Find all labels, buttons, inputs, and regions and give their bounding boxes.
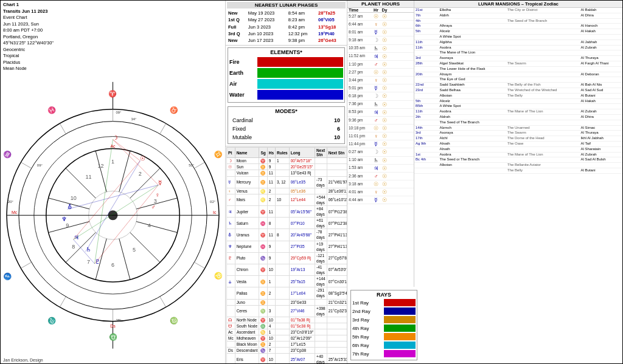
pt-ns1 — [315, 329, 327, 335]
ph-time-header: Time — [349, 8, 372, 12]
ph-row: 2:36 am ♂ ☉ — [347, 173, 414, 180]
lm-col2: Al Hanoch — [580, 24, 622, 29]
pt-long: 05°Le36 — [289, 188, 315, 194]
ph-dy-icon: ☉ — [380, 196, 389, 204]
pt-sg: ♊ — [259, 287, 267, 299]
ph-dy-icon: ☉ — [380, 148, 389, 156]
ray-label: 2nd Ray — [352, 309, 381, 314]
ray-row: 1st Ray — [352, 299, 416, 306]
pt-name: Pluto — [235, 252, 259, 264]
lm-num — [414, 168, 438, 173]
planet-table-row: Chiron ♈ 10 19°Ar13 -41 days 07°Ar53'0'1… — [227, 264, 347, 275]
lm-row: Ag 9th Alnath The Oase Al Taif — [414, 141, 622, 146]
pt-rules — [276, 317, 290, 323]
pt-ns1 — [315, 335, 327, 342]
planet-table-col-header: Sg — [259, 148, 267, 158]
lm-name — [506, 56, 580, 61]
lm-col2: Al Dhira — [580, 13, 622, 18]
pt-rules: 8 — [276, 229, 290, 241]
svg-line-11 — [194, 162, 204, 168]
ph-row: 0:27 am ☽ ☉ — [347, 148, 414, 156]
planet-table-row: ☽ Moon ♈ 9 1 00°Ar57'18" -02°07' — [227, 158, 347, 164]
phase-label: 3rd Q — [227, 30, 247, 37]
ph-hr-icon: ♂ — [372, 117, 380, 124]
pt-ns1 — [315, 299, 327, 305]
ph-hr-icon: ♂ — [372, 61, 380, 68]
lm-name: The Dome of the Head — [506, 136, 580, 142]
lm-arabic: Alicelz — [438, 98, 506, 104]
lm-row: Bc 4th The Seed or The Branch Al Sad Al … — [414, 157, 622, 163]
pt-hs: 1 — [267, 276, 275, 287]
planet-table-row: ♂ Mars ♌ 2 10 12°Le44 +544 days 06°Le10'… — [227, 194, 347, 205]
ph-time: 2:36 am — [349, 174, 372, 179]
element-bar-earth — [257, 68, 343, 78]
pt-hs: 11 — [267, 229, 275, 241]
ph-hr-icon: ☿ — [372, 140, 380, 148]
ph-col-headers: Time Hr Dy — [347, 8, 414, 13]
ph-time: 4:01 am — [349, 190, 372, 195]
chart-title-line10: Placidus — [3, 60, 223, 66]
pt-hs: 10 — [267, 317, 275, 323]
lm-col2: Al Thuraya — [580, 56, 622, 61]
pt-sg: ♓ — [259, 241, 267, 252]
lm-col2 — [580, 120, 622, 125]
lm-row: 3rd Asoraya Al Thuraya — [414, 56, 622, 61]
ph-time: 11:52 am — [349, 53, 372, 59]
lm-row: The Lower Hole of the Flask — [414, 66, 622, 72]
ph-row: 6:18 pm ☽ ☉ — [347, 92, 414, 100]
pt-ns1: +40 days — [315, 354, 327, 363]
pt-sg: ♈ — [259, 206, 267, 218]
svg-line-73 — [68, 185, 159, 209]
pt-sg: ♑ — [259, 348, 267, 354]
lm-col2: Al Hakah — [580, 29, 622, 35]
svg-text:6: 6 — [111, 262, 114, 268]
ph-row: 3:44 pm ♀ ☉ — [347, 77, 414, 84]
svg-line-72 — [86, 160, 141, 252]
element-row: Earth — [229, 68, 343, 78]
svg-text:♒: ♒ — [1, 148, 13, 160]
ray-row: 3rd Ray — [352, 316, 416, 323]
pt-name: South Node — [235, 323, 259, 329]
ph-time: 5:27 am — [349, 14, 372, 19]
lm-arabic: Sadd Saahbieh — [438, 83, 506, 88]
lm-num: 4th — [414, 18, 438, 24]
pt-ns2: 27°Pi41'13" — [327, 241, 347, 252]
pt-rules: 1 — [276, 158, 290, 164]
pt-name: Ascendant — [235, 329, 259, 335]
lunar-phases-table: New May 19 2023 8:54 am 28°Ta25 1st Q Ma… — [227, 10, 346, 44]
ray-bar-ray3 — [384, 316, 416, 323]
pt-ns2 — [327, 335, 347, 342]
lm-col2: Al Taif — [580, 141, 622, 146]
chart-title-line2: Transits Jun 11 2023 — [3, 9, 223, 15]
pt-ns2: 06°Le10'15" — [327, 194, 347, 205]
pt-ns1: -41 days — [315, 264, 327, 275]
pt-ns1 — [315, 323, 327, 329]
pt-long: 07°Pi10 — [289, 218, 315, 229]
lm-name: The Belly — [506, 93, 580, 98]
mode-label: Fixed — [231, 125, 309, 132]
elements-title: ELEMENTS* — [229, 49, 343, 55]
phase-label: 1st Q — [227, 16, 247, 23]
pt-long: 13°Ge43 Rj — [289, 170, 315, 176]
lm-num: 3rd — [414, 131, 438, 136]
phase-label: New — [227, 37, 247, 44]
pt-ns2: 28°Le36'11" — [327, 188, 347, 194]
lm-num: 2th — [414, 114, 438, 120]
pt-rules — [276, 287, 290, 299]
pt-hs: 2 — [267, 342, 275, 348]
pt-ns2: 07°Pi12'38" — [327, 206, 347, 218]
pt-rules — [276, 218, 290, 229]
chart-area: Chart 1 Transits Jun 11 2023 Event Chart… — [1, 1, 226, 363]
pt-sg: ♎ — [259, 323, 267, 329]
planet-table-row: ♃ Jupiter ♈ 11 05°Ar15'56" +84 days 07°P… — [227, 206, 347, 218]
lm-num: 6th — [414, 24, 438, 29]
lm-col2 — [580, 77, 622, 83]
lm-num — [414, 77, 438, 83]
pt-sg: ♊ — [259, 299, 267, 305]
svg-text:1: 1 — [111, 159, 114, 165]
lm-col2: Al Jabhah — [580, 39, 622, 45]
phase-deg: 13°Sg18 — [317, 24, 346, 30]
lm-num: 11th — [414, 39, 438, 45]
mode-label: Mutable — [231, 134, 309, 141]
phase-date: May 27 2023 — [247, 16, 287, 23]
